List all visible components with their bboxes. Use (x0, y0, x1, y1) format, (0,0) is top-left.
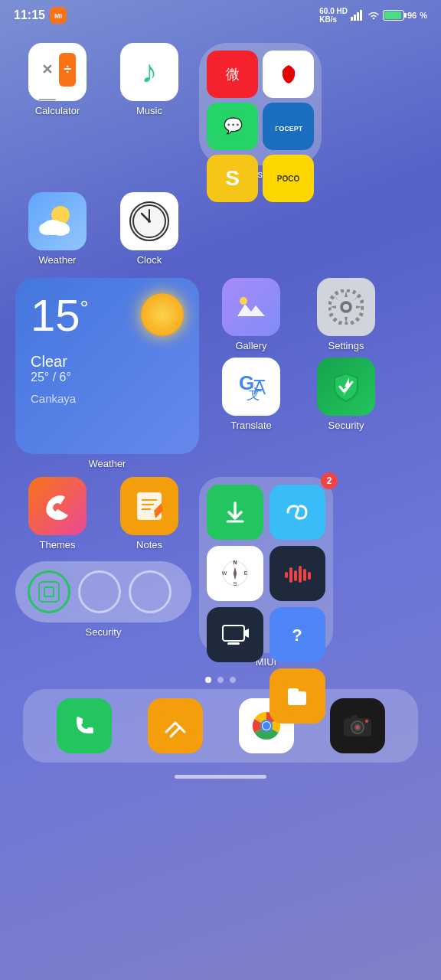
app-calculator[interactable]: ✕ ÷ — Calculator (15, 43, 100, 116)
security-widget[interactable] (15, 561, 191, 622)
miui-compass-icon[interactable]: N S W E (207, 546, 263, 601)
app-row-1: ✕ ÷ — Calculator ♪ Music 微 (15, 43, 426, 180)
svg-rect-38 (44, 587, 54, 596)
security-widget-label: Security (86, 626, 122, 638)
translate-label: Translate (230, 420, 272, 431)
weather-widget-label: Weather (89, 458, 126, 469)
music-label: Music (136, 105, 162, 116)
status-right: 60.0 HDKB/s 96% (319, 7, 427, 24)
app-settings[interactable]: Settings (302, 278, 390, 351)
miui-folder[interactable]: 2 N (199, 477, 333, 653)
security-toggle-active[interactable] (28, 570, 70, 613)
svg-rect-52 (224, 627, 243, 639)
app-music[interactable]: ♪ Music (107, 43, 191, 116)
svg-rect-53 (227, 642, 240, 645)
svg-rect-5 (360, 10, 362, 21)
miui-sound-icon[interactable] (270, 546, 326, 601)
themes-icon-img (28, 477, 87, 535)
svg-point-27 (343, 304, 349, 310)
miui-screenrecorder-icon[interactable] (207, 607, 263, 662)
bottom-section: Themes Notes (15, 477, 426, 668)
svg-rect-58 (288, 688, 299, 694)
weather-label: Weather (39, 254, 77, 266)
translate-icon: G 文 (222, 358, 280, 416)
clock-face (129, 201, 169, 241)
whatsapp-icon[interactable]: 💬 (207, 103, 258, 150)
security-widget-wrap: Security (15, 557, 191, 638)
svg-rect-71 (351, 715, 358, 720)
s-app-icon[interactable]: S (207, 155, 258, 202)
security-icon (317, 358, 375, 416)
music-note-icon: ♪ (142, 54, 158, 90)
security-toggle-2[interactable] (78, 570, 121, 613)
svg-rect-48 (299, 566, 302, 583)
svg-text:S: S (233, 581, 237, 586)
svg-point-23 (240, 297, 247, 305)
svg-rect-2 (351, 17, 353, 21)
settings-label: Settings (328, 340, 364, 351)
weibo-icon[interactable]: 微 (207, 51, 258, 98)
app-translate[interactable]: G 文 Translate (207, 358, 296, 431)
weather-widget[interactable]: 15° Clear 25° / 6° Cankaya (15, 278, 199, 454)
music-icon: ♪ (120, 43, 178, 101)
svg-rect-49 (303, 569, 306, 581)
svg-rect-47 (294, 570, 297, 581)
svg-rect-46 (289, 567, 292, 583)
svg-text:💬: 💬 (223, 116, 242, 135)
app-row-2: Weather Clock (15, 192, 426, 266)
mid-section: 15° Clear 25° / 6° Cankaya Weather (15, 278, 426, 469)
dock-phone[interactable] (57, 698, 112, 753)
svg-point-72 (365, 720, 368, 723)
egoserte-icon[interactable]: ЭГОСЕРТЕ (263, 103, 314, 150)
wifi-icon (368, 11, 380, 20)
svg-rect-45 (285, 572, 288, 578)
svg-rect-17 (42, 225, 70, 234)
svg-point-70 (356, 726, 359, 729)
dock-camera[interactable] (330, 698, 385, 753)
security-label: Security (328, 420, 364, 431)
app-clock[interactable]: Clock (107, 192, 191, 266)
dock-files[interactable] (148, 698, 203, 753)
miui-files-icon[interactable] (270, 668, 326, 724)
svg-line-32 (260, 381, 265, 394)
status-bar: 11:15 MI 60.0 HDKB/s 96% (0, 0, 441, 28)
miui-download-icon[interactable] (207, 485, 263, 540)
dot-3 (230, 677, 236, 683)
status-time: 11:15 (14, 8, 45, 22)
svg-point-21 (148, 220, 151, 223)
weather-widget-wrap: 15° Clear 25° / 6° Cankaya Weather (15, 278, 199, 469)
miui-help-icon[interactable]: ? (270, 607, 326, 662)
page-dots (15, 677, 426, 683)
gallery-label: Gallery (235, 340, 266, 351)
battery-indicator (383, 10, 404, 21)
clock-label: Clock (137, 254, 162, 266)
themes-label: Themes (40, 539, 76, 550)
app-security[interactable]: Security (302, 358, 390, 431)
gallery-icon (222, 278, 280, 336)
dock (23, 689, 418, 763)
sosyal-folder-wrap[interactable]: 微 💬 ЭГОСЕРТЕ S (199, 43, 322, 180)
mi-icon: MI (50, 7, 67, 24)
app-weather[interactable]: Weather (15, 192, 100, 266)
svg-rect-50 (308, 572, 311, 580)
security-toggle-inner (38, 581, 60, 603)
app-themes[interactable]: Themes (15, 477, 100, 550)
dot-2 (217, 677, 224, 683)
miui-loop-icon[interactable] (270, 485, 326, 540)
svg-text:微: 微 (226, 67, 240, 82)
svg-rect-4 (357, 12, 359, 21)
notes-label: Notes (136, 539, 162, 550)
miui-folder-wrap[interactable]: 2 N (199, 477, 333, 668)
app-notes[interactable]: Notes (107, 477, 191, 550)
svg-rect-3 (354, 15, 356, 21)
app-gallery[interactable]: Gallery (207, 278, 296, 351)
weather-cloud-sun-icon (36, 200, 79, 243)
speed-indicator: 60.0 HDKB/s (319, 7, 348, 24)
vodafone-icon[interactable] (263, 51, 314, 98)
weather-range: 25° / 6° (31, 371, 184, 384)
svg-text:W: W (221, 570, 227, 576)
poco-icon[interactable]: POCO (263, 155, 314, 202)
home-indicator[interactable] (175, 775, 266, 779)
security-toggle-3[interactable] (129, 570, 172, 613)
sosyal-folder[interactable]: 微 💬 ЭГОСЕРТЕ S (199, 43, 322, 165)
